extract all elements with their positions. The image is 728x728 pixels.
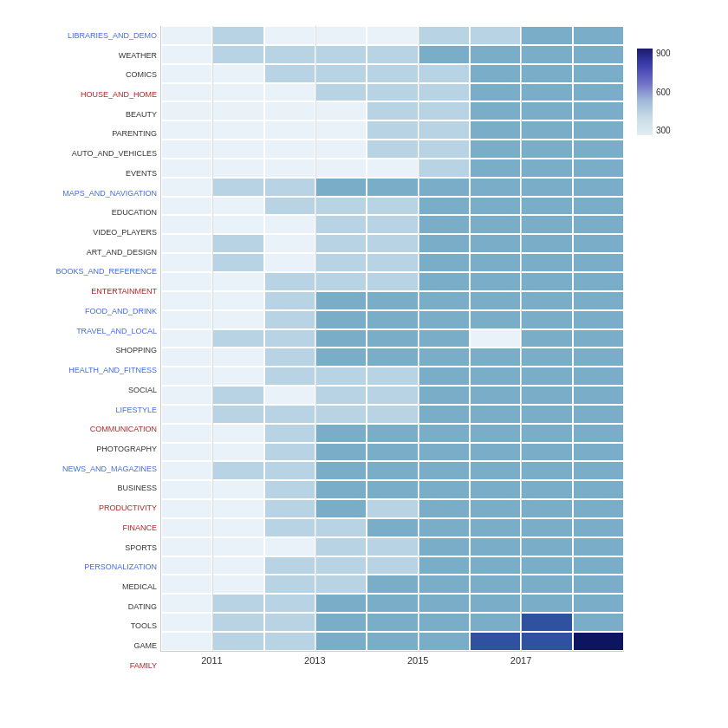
y-label-books_and_reference: BOOKS_AND_REFERENCE bbox=[26, 263, 157, 281]
heatmap-cell bbox=[161, 197, 212, 216]
heatmap-cell bbox=[264, 329, 315, 348]
heatmap-cell bbox=[419, 329, 470, 348]
heatmap-cell bbox=[315, 101, 367, 120]
heatmap-cell bbox=[315, 45, 367, 64]
heatmap-cell bbox=[419, 253, 470, 272]
heatmap-cell bbox=[367, 367, 418, 386]
y-label-game: GAME bbox=[26, 638, 157, 655]
heatmap-cell bbox=[212, 234, 263, 253]
heatmap-cell bbox=[367, 405, 418, 424]
y-label-travel_and_local: TRAVEL_AND_LOCAL bbox=[26, 322, 157, 340]
grid-line bbox=[419, 26, 419, 651]
heatmap-cell bbox=[419, 234, 470, 253]
heatmap-cell bbox=[161, 537, 212, 556]
heatmap-cell bbox=[419, 632, 470, 651]
heatmap-cell bbox=[367, 461, 418, 480]
heatmap-cell bbox=[161, 329, 212, 348]
heatmap-cell bbox=[212, 291, 263, 310]
heatmap-cell bbox=[161, 632, 212, 651]
heatmap-cell bbox=[367, 499, 418, 518]
y-axis-label bbox=[9, 26, 24, 676]
heatmap-cell bbox=[212, 405, 263, 424]
heatmap-cell bbox=[315, 537, 367, 556]
y-label-parenting: PARENTING bbox=[26, 126, 157, 143]
heatmap-cell bbox=[470, 367, 521, 386]
heatmap-cell bbox=[161, 556, 212, 575]
heatmap-cell bbox=[315, 348, 367, 367]
heatmap-cell bbox=[161, 367, 212, 386]
heatmap-cell bbox=[367, 424, 418, 443]
heatmap-cell bbox=[419, 480, 470, 499]
heatmap-cell bbox=[470, 499, 521, 518]
heatmap-cell bbox=[212, 272, 263, 291]
y-label-comics: COMICS bbox=[26, 67, 157, 84]
legend-area: 900 600 300 bbox=[624, 26, 719, 676]
y-label-health_and_fitness: HEALTH_AND_FITNESS bbox=[26, 362, 157, 380]
heatmap-cell bbox=[212, 518, 263, 537]
heatmap-cell bbox=[367, 594, 418, 613]
heatmap-cell bbox=[419, 272, 470, 291]
y-label-maps_and_navigation: MAPS_AND_NAVIGATION bbox=[26, 185, 157, 202]
heatmap-cell bbox=[521, 178, 572, 197]
heatmap-cell bbox=[419, 45, 470, 64]
heatmap-cell bbox=[212, 83, 263, 102]
heatmap-cell bbox=[367, 120, 418, 140]
heatmap-row bbox=[161, 405, 624, 424]
heatmap-cell bbox=[521, 537, 572, 556]
heatmap-cell bbox=[315, 197, 367, 216]
heatmap-cell bbox=[212, 140, 263, 159]
heatmap-cell bbox=[573, 197, 624, 216]
heatmap-cell bbox=[315, 329, 367, 348]
heatmap-cell bbox=[521, 367, 572, 386]
heatmap-cell bbox=[161, 64, 212, 83]
heatmap-cell bbox=[212, 120, 263, 140]
heatmap-cell bbox=[419, 594, 470, 613]
heatmap-cell bbox=[573, 159, 624, 178]
heatmap-cell bbox=[315, 26, 367, 45]
heatmap-cell bbox=[573, 575, 624, 594]
heatmap-cell bbox=[419, 120, 470, 140]
heatmap-cell bbox=[573, 480, 624, 499]
heatmap-cell bbox=[315, 386, 367, 405]
x-tick-2011: 2011 bbox=[201, 655, 222, 666]
heatmap-cell bbox=[264, 26, 315, 45]
heatmap-cell bbox=[573, 83, 624, 102]
heatmap-cell bbox=[573, 518, 624, 537]
heatmap-row bbox=[161, 45, 624, 64]
heatmap-cell bbox=[521, 310, 572, 329]
heatmap-cell bbox=[470, 291, 521, 310]
heatmap-cell bbox=[521, 329, 572, 348]
heatmap-row bbox=[161, 253, 624, 272]
heatmap-cell bbox=[521, 101, 572, 120]
heatmap-cell bbox=[521, 64, 572, 83]
heatmap-cell bbox=[264, 613, 315, 632]
heatmap-cell bbox=[521, 518, 572, 537]
heatmap-cell bbox=[264, 253, 315, 272]
heatmap-cell bbox=[264, 310, 315, 329]
chart-container: LIBRARIES_AND_DEMOWEATHERCOMICSHOUSE_AND… bbox=[0, 0, 728, 728]
heatmap-cell bbox=[367, 556, 418, 575]
heatmap-cell bbox=[470, 348, 521, 367]
heatmap-cell bbox=[212, 613, 263, 632]
heatmap-cell bbox=[161, 26, 212, 45]
heatmap-row bbox=[161, 64, 624, 83]
heatmap-cell bbox=[315, 518, 367, 537]
heatmap-cell bbox=[264, 159, 315, 178]
x-axis: 2011201320152017 bbox=[160, 652, 624, 673]
heatmap-cell bbox=[470, 45, 521, 64]
heatmap-cell bbox=[419, 159, 470, 178]
heatmap-row bbox=[161, 178, 624, 197]
heatmap-cell bbox=[212, 101, 263, 120]
grid-area: LIBRARIES_AND_DEMOWEATHERCOMICSHOUSE_AND… bbox=[26, 26, 624, 676]
heatmap-cell bbox=[419, 461, 470, 480]
heatmap-cell bbox=[470, 556, 521, 575]
heatmap-cell bbox=[212, 26, 263, 45]
y-label-weather: WEATHER bbox=[26, 47, 157, 64]
heatmap-cell bbox=[521, 348, 572, 367]
heatmap-cell bbox=[212, 329, 263, 348]
heatmap-cell bbox=[419, 556, 470, 575]
heatmap-cell bbox=[264, 120, 315, 140]
heatmap-cell bbox=[521, 45, 572, 64]
heatmap-cell bbox=[470, 120, 521, 140]
heatmap-cell bbox=[161, 499, 212, 518]
